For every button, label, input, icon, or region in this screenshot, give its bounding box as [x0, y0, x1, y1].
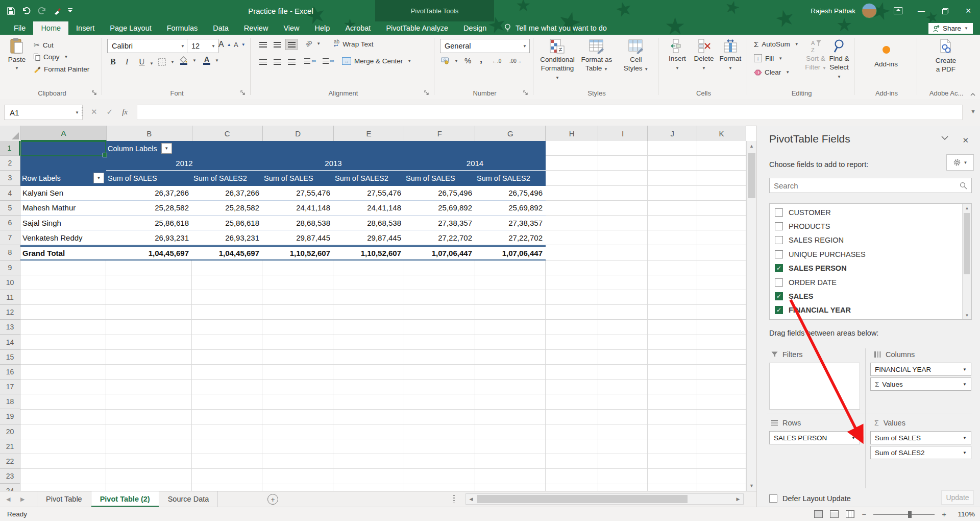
close-icon[interactable]: ✕: [957, 0, 980, 21]
format-as-table-button[interactable]: Format asTable ▼: [578, 39, 616, 73]
search-input[interactable]: [770, 181, 960, 190]
expand-formula-bar-icon[interactable]: ▼: [970, 108, 976, 114]
pill-dropdown-icon[interactable]: ▼: [851, 436, 855, 440]
pivot-value-cell[interactable]: 29,87,445: [262, 230, 333, 245]
column-header-e[interactable]: E: [334, 126, 405, 141]
field-item-order-date[interactable]: ORDER DATE: [770, 275, 971, 289]
name-box[interactable]: A1 ▼: [4, 105, 83, 120]
format-painter-button[interactable]: Format Painter: [34, 65, 89, 73]
pivot-value-cell[interactable]: 25,28,582: [192, 201, 262, 216]
pill-dropdown-icon[interactable]: ▼: [963, 451, 967, 455]
grand-total-value[interactable]: 1,07,06,447: [475, 245, 546, 260]
pivot-value-cell[interactable]: 27,38,357: [475, 216, 546, 230]
fill-button[interactable]: ↓ Fill ▼: [754, 54, 782, 62]
pivot-value-cell[interactable]: 25,86,618: [192, 216, 262, 230]
grand-total-value[interactable]: 1,04,45,697: [106, 245, 192, 260]
font-dialog-launcher-icon[interactable]: [240, 90, 247, 97]
cell-a2[interactable]: [20, 156, 106, 171]
columns-pill-financial-year[interactable]: FINANCIAL YEAR▼: [870, 363, 971, 376]
row-header-1[interactable]: 1: [0, 141, 20, 156]
pivot-row-name[interactable]: Mahesh Mathur: [20, 201, 106, 216]
row-header-18[interactable]: 18: [0, 394, 20, 409]
align-right-button[interactable]: [286, 57, 297, 67]
middle-align-button[interactable]: [272, 39, 283, 50]
rows-pill-sales-person[interactable]: SALES PERSON▼: [769, 431, 860, 444]
tab-file[interactable]: File: [6, 21, 33, 35]
borders-button[interactable]: ▼: [158, 58, 175, 66]
zoom-slider[interactable]: [873, 514, 935, 515]
tabbar-splitter[interactable]: [453, 495, 455, 503]
sheet-tab-pivot-table-2[interactable]: Pivot Table (2): [91, 491, 159, 507]
checked-checkbox[interactable]: ✓: [775, 264, 783, 272]
value-header[interactable]: Sum of SALES: [262, 171, 333, 185]
unchecked-checkbox[interactable]: [775, 208, 783, 217]
row-header-11[interactable]: 11: [0, 290, 20, 305]
cell-styles-button[interactable]: CellStyles ▼: [618, 39, 654, 73]
sheet-tab-pivot-table[interactable]: Pivot Table: [37, 491, 91, 507]
columns-area-box[interactable]: FINANCIAL YEAR▼ΣValues▼: [870, 363, 971, 410]
row-header-21[interactable]: 21: [0, 439, 20, 454]
year-header-2014[interactable]: 2014: [404, 156, 546, 171]
rows-area-box[interactable]: SALES PERSON▼: [769, 431, 860, 487]
defer-layout-update[interactable]: Defer Layout Update: [769, 494, 851, 503]
pill-dropdown-icon[interactable]: ▼: [963, 367, 967, 372]
pivot-value-cell[interactable]: 25,86,618: [106, 216, 192, 230]
pivot-value-cell[interactable]: 25,69,892: [475, 201, 546, 216]
select-all-corner[interactable]: [0, 126, 21, 141]
pivot-row-name[interactable]: Kalyani Sen: [20, 186, 106, 201]
tab-help[interactable]: Help: [307, 21, 338, 35]
user-avatar[interactable]: [862, 3, 877, 18]
row-header-16[interactable]: 16: [0, 365, 20, 380]
merge-center-button[interactable]: ↔ Merge & Center ▼: [342, 57, 411, 65]
clipboard-dialog-launcher-icon[interactable]: [92, 90, 98, 97]
row-header-19[interactable]: 19: [0, 409, 20, 424]
tab-formulas[interactable]: Formulas: [159, 21, 205, 35]
accounting-format-button[interactable]: ▼: [441, 57, 458, 64]
row-header-2[interactable]: 2: [0, 156, 20, 171]
values-pill-sum-of-sales[interactable]: Sum of SALES▼: [870, 431, 971, 444]
filters-area-box[interactable]: [769, 363, 860, 410]
pivot-value-cell[interactable]: 26,37,266: [106, 186, 192, 201]
ribbon-display-options-icon[interactable]: [886, 0, 910, 21]
normal-view-icon[interactable]: [814, 510, 823, 518]
value-header[interactable]: Sum of SALES: [106, 171, 192, 185]
row-header-15[interactable]: 15: [0, 350, 20, 365]
grand-total-value[interactable]: 1,04,45,697: [192, 245, 262, 260]
delete-cells-button[interactable]: Delete▼: [692, 39, 716, 72]
pivot-value-cell[interactable]: 27,22,702: [475, 230, 546, 245]
columns-pill-values[interactable]: ΣValues▼: [870, 377, 971, 391]
row-labels-filter-icon[interactable]: ▼: [93, 173, 104, 183]
autosum-button[interactable]: Σ AutoSum ▼: [754, 40, 799, 49]
center-button[interactable]: [272, 57, 283, 67]
decrease-decimal-button[interactable]: .00→: [509, 58, 522, 64]
year-header-2012[interactable]: 2012: [106, 156, 262, 171]
tab-page-layout[interactable]: Page Layout: [102, 21, 159, 35]
pill-dropdown-icon[interactable]: ▼: [963, 436, 967, 440]
pane-close-icon[interactable]: ✕: [962, 136, 969, 145]
field-item-financial-year[interactable]: ✓FINANCIAL YEAR: [770, 303, 971, 317]
decrease-indent-button[interactable]: ⇦: [304, 58, 316, 64]
addins-button[interactable]: Add-ins: [869, 42, 903, 69]
field-list-scrollbar[interactable]: ▲ ▼: [962, 204, 971, 319]
underline-dropdown-icon[interactable]: ▼: [150, 61, 154, 66]
pivot-value-cell[interactable]: 25,69,892: [404, 201, 475, 216]
scroll-left-icon[interactable]: ◀: [466, 496, 476, 502]
column-header-g[interactable]: G: [475, 126, 546, 141]
comma-style-button[interactable]: ,: [480, 54, 482, 65]
row-header-10[interactable]: 10: [0, 275, 20, 290]
zoom-level[interactable]: 110%: [953, 510, 975, 518]
undo-icon[interactable]: [22, 7, 31, 14]
unchecked-checkbox[interactable]: [775, 250, 783, 258]
bottom-align-button[interactable]: [286, 39, 297, 50]
clear-button[interactable]: Clear ▼: [754, 68, 790, 76]
column-header-c[interactable]: C: [192, 126, 263, 141]
unchecked-checkbox[interactable]: [775, 236, 783, 244]
row-header-24[interactable]: 24: [0, 484, 20, 491]
field-item-unique-purchases[interactable]: UNIQUE PURCHASES: [770, 247, 971, 261]
grow-font-button[interactable]: A▲: [218, 40, 231, 49]
field-list-scroll-thumb[interactable]: [964, 213, 970, 274]
horizontal-scroll-thumb[interactable]: [477, 495, 688, 503]
zoom-in-icon[interactable]: +: [942, 510, 946, 518]
tools-gear-button[interactable]: ▼: [946, 154, 974, 171]
enter-icon[interactable]: ✓: [107, 107, 113, 116]
